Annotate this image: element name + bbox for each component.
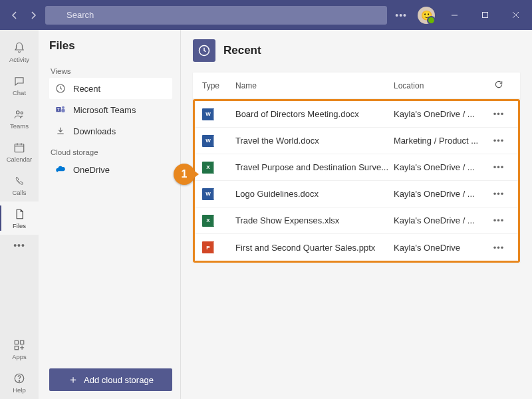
recent-header-icon bbox=[193, 39, 215, 62]
word-file-icon: W bbox=[202, 108, 214, 120]
file-name: Travel Purpose and Destination Surve... bbox=[235, 162, 394, 172]
maximize-button[interactable] bbox=[473, 6, 496, 25]
file-name: Trade Show Expenses.xlsx bbox=[235, 215, 394, 225]
sidebar-item-label: Recent bbox=[73, 84, 100, 94]
row-more-button[interactable]: ••• bbox=[493, 136, 505, 146]
row-more-button[interactable]: ••• bbox=[493, 243, 505, 253]
rail-item-help[interactable]: Help bbox=[0, 366, 39, 399]
more-options-button[interactable]: ••• bbox=[392, 7, 410, 23]
user-avatar[interactable]: 🙂 bbox=[418, 7, 435, 24]
svg-rect-13 bbox=[21, 340, 24, 344]
excel-file-icon: X bbox=[202, 162, 214, 174]
apps-icon bbox=[13, 338, 26, 352]
rail-label: Activity bbox=[9, 56, 29, 63]
file-row[interactable]: P First and Second Quarter Sales.pptx Ka… bbox=[195, 234, 518, 261]
titlebar: ••• 🙂 bbox=[0, 0, 532, 30]
sidebar-item-recent[interactable]: Recent bbox=[49, 78, 172, 99]
files-sidebar: Files Views Recent T Microsoft Teams Dow… bbox=[39, 30, 181, 399]
svg-rect-8 bbox=[15, 144, 24, 152]
rail-label: Calendar bbox=[7, 156, 33, 163]
sidebar-item-onedrive[interactable]: OneDrive bbox=[49, 159, 172, 180]
help-icon bbox=[13, 372, 26, 385]
file-list-panel: Type Name Location 1 W Board of Director… bbox=[193, 72, 520, 263]
powerpoint-file-icon: P bbox=[202, 241, 214, 253]
word-file-icon: W bbox=[202, 188, 214, 200]
file-row[interactable]: X Trade Show Expenses.xlsx Kayla's OneDr… bbox=[195, 207, 518, 234]
chevron-right-icon bbox=[29, 11, 37, 19]
file-row[interactable]: X Travel Purpose and Destination Surve..… bbox=[195, 154, 518, 181]
rail-item-chat[interactable]: Chat bbox=[0, 68, 39, 102]
files-icon bbox=[13, 207, 26, 221]
close-button[interactable] bbox=[504, 6, 527, 25]
file-name: First and Second Quarter Sales.pptx bbox=[235, 243, 394, 253]
rail-item-activity[interactable]: Activity bbox=[0, 35, 39, 68]
bell-icon bbox=[13, 41, 26, 55]
chat-icon bbox=[13, 74, 26, 88]
sidebar-item-teams[interactable]: T Microsoft Teams bbox=[49, 99, 172, 120]
teams-logo-icon: T bbox=[55, 104, 66, 116]
word-file-icon: W bbox=[202, 135, 214, 147]
sidebar-item-label: Microsoft Teams bbox=[73, 105, 136, 115]
svg-rect-3 bbox=[482, 13, 487, 18]
rail-label: Calls bbox=[12, 189, 26, 196]
file-row[interactable]: W Travel the World.docx Marketing / Prod… bbox=[195, 128, 518, 154]
row-more-button[interactable]: ••• bbox=[493, 215, 505, 225]
rail-item-calendar[interactable]: Calendar bbox=[0, 135, 39, 168]
teams-icon bbox=[13, 108, 26, 121]
main-content: Recent Type Name Location 1 W Board of D… bbox=[181, 30, 532, 399]
rail-item-files[interactable]: Files bbox=[0, 201, 39, 235]
file-name: Board of Directors Meeting.docx bbox=[235, 109, 394, 119]
rail-more-button[interactable]: ••• bbox=[8, 235, 31, 256]
file-location: Kayla's OneDrive / ... bbox=[394, 109, 487, 119]
rail-label: Chat bbox=[13, 89, 26, 96]
svg-rect-21 bbox=[61, 109, 65, 112]
app-rail: Activity Chat Teams Calendar Calls Files… bbox=[0, 30, 39, 399]
plus-icon: ＋ bbox=[68, 374, 78, 385]
svg-point-6 bbox=[17, 110, 20, 114]
table-header: Type Name Location bbox=[193, 72, 520, 99]
svg-point-16 bbox=[19, 380, 19, 381]
column-header-type[interactable]: Type bbox=[202, 81, 235, 90]
file-location: Marketing / Product ... bbox=[394, 136, 487, 146]
row-more-button[interactable]: ••• bbox=[493, 189, 505, 199]
onedrive-icon bbox=[55, 164, 66, 176]
cloud-section-label: Cloud storage bbox=[51, 148, 172, 156]
svg-point-20 bbox=[62, 106, 65, 109]
sidebar-item-label: Downloads bbox=[73, 126, 116, 136]
row-more-button[interactable]: ••• bbox=[493, 162, 505, 172]
excel-file-icon: X bbox=[202, 215, 214, 227]
rail-item-calls[interactable]: Calls bbox=[0, 168, 39, 201]
rail-label: Apps bbox=[12, 353, 27, 360]
file-row[interactable]: W Logo Guidelines.docx Kayla's OneDrive … bbox=[195, 181, 518, 207]
column-header-location[interactable]: Location bbox=[394, 81, 487, 90]
add-cloud-storage-button[interactable]: ＋ Add cloud storage bbox=[49, 368, 172, 391]
download-icon bbox=[55, 125, 66, 137]
file-name: Logo Guidelines.docx bbox=[235, 189, 394, 199]
file-location: Kayla's OneDrive / ... bbox=[394, 189, 487, 199]
file-location: Kayla's OneDrive / ... bbox=[394, 162, 487, 172]
svg-rect-14 bbox=[15, 346, 18, 349]
file-name: Travel the World.docx bbox=[235, 136, 394, 146]
sidebar-item-label: OneDrive bbox=[73, 165, 110, 175]
svg-point-7 bbox=[21, 112, 23, 114]
forward-button[interactable] bbox=[24, 6, 43, 25]
rail-item-apps[interactable]: Apps bbox=[0, 332, 39, 366]
search-input[interactable] bbox=[45, 6, 387, 25]
views-section-label: Views bbox=[51, 67, 172, 75]
minimize-button[interactable] bbox=[443, 6, 466, 25]
row-more-button[interactable]: ••• bbox=[493, 109, 505, 119]
refresh-button[interactable] bbox=[494, 80, 503, 91]
chevron-left-icon bbox=[11, 11, 19, 19]
file-row[interactable]: W Board of Directors Meeting.docx Kayla'… bbox=[195, 101, 518, 128]
clock-icon bbox=[55, 82, 66, 94]
page-title: Recent bbox=[223, 44, 261, 57]
file-location: Kayla's OneDrive / ... bbox=[394, 215, 487, 225]
rail-item-teams[interactable]: Teams bbox=[0, 102, 39, 135]
sidebar-title: Files bbox=[49, 39, 172, 53]
phone-icon bbox=[13, 174, 26, 188]
back-button[interactable] bbox=[5, 6, 24, 25]
sidebar-item-downloads[interactable]: Downloads bbox=[49, 120, 172, 142]
column-header-name[interactable]: Name bbox=[235, 81, 394, 90]
rail-label: Teams bbox=[10, 122, 29, 130]
file-location: Kayla's OneDrive bbox=[394, 243, 487, 253]
